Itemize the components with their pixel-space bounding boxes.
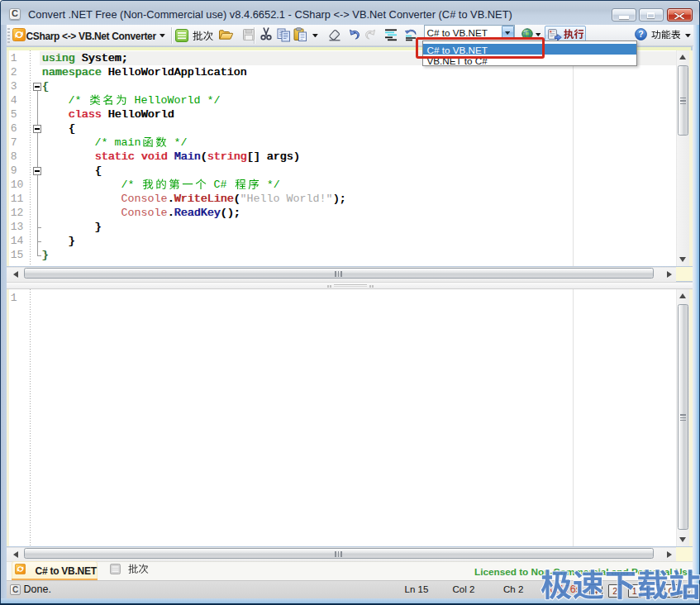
svg-text:?: ? <box>638 29 643 39</box>
